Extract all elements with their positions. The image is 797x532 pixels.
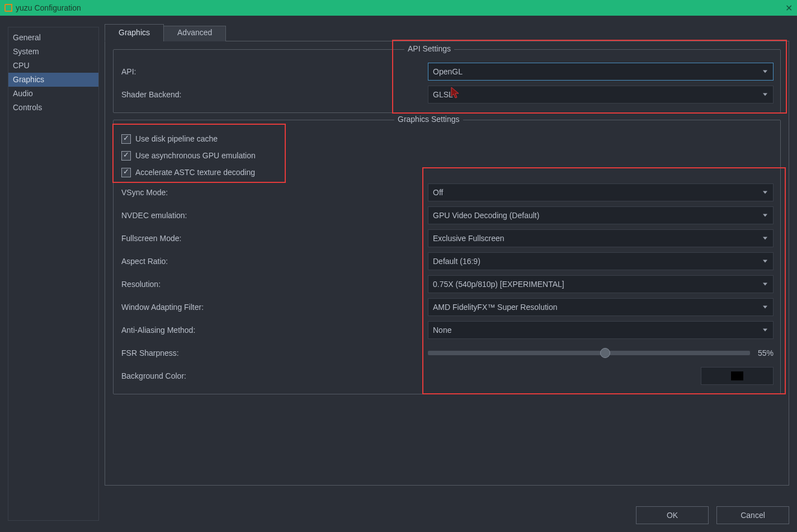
label-fsr-sharpness: FSR Sharpness: (120, 349, 428, 357)
combo-shader-backend[interactable]: GLSL (428, 86, 774, 103)
title-bar: yuzu Configuration ✕ (0, 0, 797, 16)
row-fsr-sharpness: FSR Sharpness: 55% (120, 341, 774, 364)
check-row-2: Accelerate ASTC texture decoding (120, 164, 774, 181)
sidebar-item-cpu[interactable]: CPU (8, 59, 98, 73)
combo-vsync-value: Off (433, 188, 443, 197)
ok-button[interactable]: OK (636, 506, 709, 524)
close-icon[interactable]: ✕ (785, 3, 793, 13)
combo-api[interactable]: OpenGL (428, 63, 774, 81)
label-fullscreen: Fullscreen Mode: (120, 234, 428, 243)
combo-api-value: OpenGL (433, 67, 463, 76)
group-graphics-settings: Graphics Settings Use disk pipeline cach… (113, 120, 781, 394)
combo-aspect[interactable]: Default (16:9) (428, 252, 774, 270)
slider-thumb[interactable] (600, 348, 610, 358)
cancel-button[interactable]: Cancel (716, 506, 789, 524)
dialog-footer: OK Cancel (636, 506, 789, 524)
tab-graphics[interactable]: Graphics (105, 24, 164, 41)
ok-label: OK (667, 511, 678, 520)
label-vsync: VSync Mode: (120, 188, 428, 197)
combo-aspect-value: Default (16:9) (433, 257, 480, 266)
main-panel: GraphicsAdvanced API Settings API: OpenG… (99, 16, 797, 532)
combo-aa[interactable]: None (428, 321, 774, 339)
tab-advanced[interactable]: Advanced (163, 26, 226, 41)
row-fullscreen: Fullscreen Mode:Exclusive Fullscreen (120, 227, 774, 249)
group-api-settings: API Settings API: OpenGL Shader Backend: (113, 49, 781, 113)
window-title: yuzu Configuration (16, 3, 81, 12)
label-shader-backend: Shader Backend: (120, 90, 428, 99)
group-legend-graphics: Graphics Settings (394, 115, 463, 124)
combo-fullscreen[interactable]: Exclusive Fullscreen (428, 229, 774, 247)
label-background-color: Background Color: (120, 371, 428, 380)
check-row-1: Use asynchronous GPU emulation (120, 147, 774, 164)
chevron-down-icon (763, 237, 767, 239)
combo-vsync[interactable]: Off (428, 183, 774, 201)
slider-fsr-sharpness[interactable] (428, 351, 750, 355)
chevron-down-icon (763, 93, 767, 96)
row-background-color: Background Color: (120, 364, 774, 387)
sidebar-item-audio[interactable]: Audio (8, 87, 98, 101)
sidebar-item-controls[interactable]: Controls (8, 101, 98, 115)
label-resolution: Resolution: (120, 280, 428, 289)
sidebar: GeneralSystemCPUGraphicsAudioControls (8, 27, 99, 521)
combo-resolution-value: 0.75X (540p/810p) [EXPERIMENTAL] (433, 280, 564, 289)
sidebar-item-general[interactable]: General (8, 31, 98, 45)
chevron-down-icon (763, 70, 767, 73)
background-color-picker[interactable] (701, 367, 774, 385)
color-swatch (731, 371, 743, 380)
sidebar-item-graphics[interactable]: Graphics (8, 73, 98, 87)
label-filter: Window Adapting Filter: (120, 303, 428, 312)
combo-resolution[interactable]: 0.75X (540p/810p) [EXPERIMENTAL] (428, 275, 774, 293)
combo-filter-value: AMD FidelityFX™ Super Resolution (433, 303, 558, 312)
row-aa: Anti-Aliasing Method:None (120, 318, 774, 341)
combo-aa-value: None (433, 326, 451, 335)
label-aa: Anti-Aliasing Method: (120, 326, 428, 335)
chevron-down-icon (763, 305, 767, 308)
checkbox-1[interactable] (121, 151, 131, 161)
checkbox-label-1[interactable]: Use asynchronous GPU emulation (135, 151, 256, 160)
tab-page-graphics: API Settings API: OpenGL Shader Backend: (105, 41, 789, 486)
checkbox-label-0[interactable]: Use disk pipeline cache (135, 134, 218, 143)
row-vsync: VSync Mode:Off (120, 181, 774, 204)
chevron-down-icon (763, 260, 767, 262)
tabstrip: GraphicsAdvanced (105, 23, 789, 41)
client-area: GeneralSystemCPUGraphicsAudioControls Gr… (0, 16, 797, 532)
combo-nvdec-value: GPU Video Decoding (Default) (433, 211, 539, 220)
label-api: API: (120, 67, 428, 76)
label-nvdec: NVDEC emulation: (120, 211, 428, 220)
row-shader-backend: Shader Backend: GLSL (120, 83, 774, 106)
row-filter: Window Adapting Filter:AMD FidelityFX™ S… (120, 295, 774, 318)
checkbox-2[interactable] (121, 168, 131, 177)
chevron-down-icon (763, 328, 767, 331)
sidebar-item-system[interactable]: System (8, 45, 98, 59)
row-aspect: Aspect Ratio:Default (16:9) (120, 249, 774, 272)
row-api: API: OpenGL (120, 60, 774, 83)
combo-shader-value: GLSL (433, 90, 453, 99)
combo-nvdec[interactable]: GPU Video Decoding (Default) (428, 206, 774, 224)
label-aspect: Aspect Ratio: (120, 257, 428, 266)
fsr-percent-text: 55% (758, 349, 774, 357)
row-nvdec: NVDEC emulation:GPU Video Decoding (Defa… (120, 204, 774, 227)
chevron-down-icon (763, 283, 767, 285)
checkbox-label-2[interactable]: Accelerate ASTC texture decoding (135, 168, 255, 177)
combo-filter[interactable]: AMD FidelityFX™ Super Resolution (428, 298, 774, 316)
chevron-down-icon (763, 191, 767, 194)
chevron-down-icon (763, 214, 767, 216)
row-resolution: Resolution:0.75X (540p/810p) [EXPERIMENT… (120, 272, 774, 295)
app-icon (4, 4, 12, 12)
check-row-0: Use disk pipeline cache (120, 130, 774, 147)
checkbox-0[interactable] (121, 134, 131, 144)
cancel-label: Cancel (741, 511, 765, 520)
combo-fullscreen-value: Exclusive Fullscreen (433, 234, 504, 243)
group-legend-api: API Settings (404, 44, 454, 53)
